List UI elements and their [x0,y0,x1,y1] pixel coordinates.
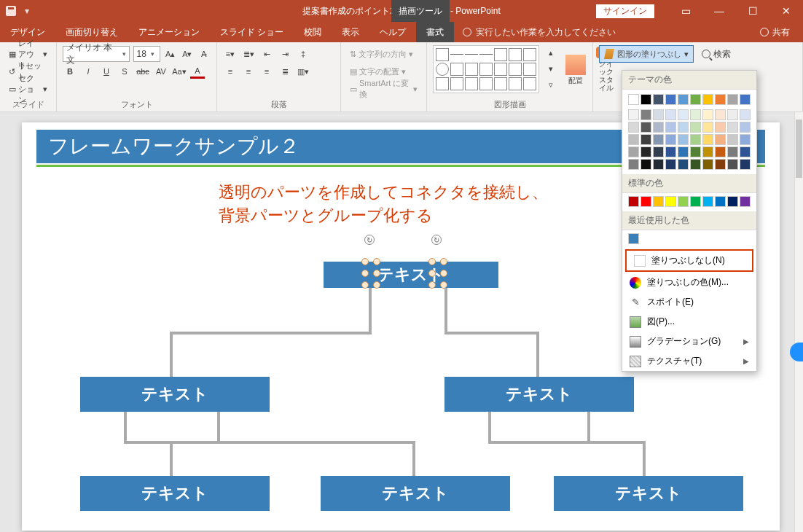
tab-help[interactable]: ヘルプ [369,22,416,42]
resize-handle[interactable] [428,270,436,277]
rotate-handle-icon[interactable] [364,235,375,245]
rotate-handle-icon[interactable] [431,235,442,245]
color-swatch[interactable] [727,94,738,105]
color-swatch[interactable] [653,134,664,145]
arrange-button[interactable]: 配置 [563,45,589,93]
color-swatch[interactable] [690,94,701,105]
qat-dropdown-icon[interactable]: ▾ [23,6,31,16]
picture-fill-option[interactable]: 図(P)... [622,312,756,332]
color-swatch[interactable] [690,159,701,170]
color-swatch[interactable] [678,159,689,170]
columns-icon[interactable]: ▥▾ [296,64,310,79]
color-swatch[interactable] [641,159,651,170]
tellme-search[interactable]: 実行したい作業を入力してください [454,22,624,42]
text-align-button[interactable]: ▤ 文字の配置▾ [347,63,409,79]
save-icon[interactable] [6,6,16,16]
signin-button[interactable]: サインイン [596,4,654,18]
justify-icon[interactable]: ≣ [278,64,292,79]
resize-handle[interactable] [373,270,380,277]
resize-handle[interactable] [440,270,447,277]
org-box[interactable]: テキスト [80,476,270,511]
color-swatch[interactable] [690,196,701,207]
ribbon-options-icon[interactable]: ▭ [669,0,702,22]
minimize-button[interactable]: — [702,0,736,22]
color-swatch[interactable] [690,109,701,120]
color-swatch[interactable] [678,109,689,120]
tab-transitions[interactable]: 画面切り替え [55,22,128,42]
color-swatch[interactable] [628,134,639,145]
color-swatch[interactable] [702,146,713,157]
color-swatch[interactable] [740,94,751,105]
spacing-icon[interactable]: AV [154,64,168,79]
color-swatch[interactable] [641,146,651,157]
color-swatch[interactable] [715,122,726,133]
bold-icon[interactable]: B [63,64,77,79]
find-button[interactable]: 検索 [697,45,735,63]
color-swatch[interactable] [727,159,738,170]
org-box[interactable]: テキスト [554,476,743,511]
color-swatch[interactable] [715,109,726,120]
color-swatch[interactable] [628,109,639,120]
color-swatch[interactable] [665,159,676,170]
color-swatch[interactable] [702,94,713,105]
resize-handle[interactable] [428,258,436,265]
color-swatch[interactable] [740,134,751,145]
shape-fill-button[interactable]: 図形の塗りつぶし▾ [599,45,694,63]
resize-handle[interactable] [373,258,380,265]
shadow-icon[interactable]: S [117,64,132,79]
color-swatch[interactable] [740,109,751,120]
scrollbar-thumb[interactable] [796,120,802,178]
font-color-icon[interactable]: A [190,64,205,79]
color-swatch[interactable] [653,109,664,120]
color-swatch[interactable] [715,196,726,207]
color-swatch[interactable] [678,196,689,207]
text-direction-button[interactable]: ⇅ 文字列の方向▾ [347,46,416,62]
color-swatch[interactable] [628,94,639,105]
color-swatch[interactable] [641,109,651,120]
color-swatch[interactable] [653,159,664,170]
no-fill-option[interactable]: 塗りつぶしなし(N) [627,251,752,270]
color-swatch[interactable] [628,146,639,157]
color-swatch[interactable] [678,146,689,157]
tab-view[interactable]: 表示 [332,22,369,42]
strike-icon[interactable]: abc [136,64,150,79]
more-colors-option[interactable]: 塗りつぶしの色(M)... [622,273,756,292]
org-box[interactable]: テキスト [80,377,270,412]
resize-handle[interactable] [440,258,447,265]
font-size-combo[interactable]: 18▾ [133,46,160,62]
color-swatch[interactable] [727,134,738,145]
vertical-scrollbar[interactable] [794,112,803,532]
close-button[interactable]: ✕ [769,0,803,22]
color-swatch[interactable] [715,134,726,145]
color-swatch[interactable] [727,109,738,120]
maximize-button[interactable]: ☐ [736,0,769,22]
color-swatch[interactable] [702,109,713,120]
gallery-down-icon[interactable]: ▾ [544,61,558,76]
color-swatch[interactable] [665,94,676,105]
gradient-fill-option[interactable]: グラデーション(G) ▶ [622,332,756,351]
indent-dec-icon[interactable]: ⇤ [259,47,274,61]
tab-slideshow[interactable]: スライド ショー [210,22,294,42]
color-swatch[interactable] [702,196,713,207]
color-swatch[interactable] [690,146,701,157]
align-right-icon[interactable]: ≡ [259,64,274,79]
clear-format-icon[interactable]: A̶ [197,47,211,61]
color-swatch[interactable] [641,134,651,145]
color-swatch[interactable] [628,196,639,207]
section-button[interactable]: ▭ セクション▾ [6,81,50,97]
color-swatch[interactable] [665,122,676,133]
share-button[interactable]: 共有 [747,22,803,42]
shrink-font-icon[interactable]: A▾ [181,47,194,61]
resize-handle[interactable] [361,281,369,289]
color-swatch[interactable] [702,134,713,145]
color-swatch[interactable] [678,134,689,145]
color-swatch[interactable] [740,159,751,170]
org-box[interactable]: テキスト [321,476,510,511]
color-swatch[interactable] [727,146,738,157]
underline-icon[interactable]: U [99,64,114,79]
color-swatch[interactable] [702,159,713,170]
color-swatch[interactable] [715,146,726,157]
resize-handle[interactable] [428,281,436,289]
tab-review[interactable]: 校閲 [294,22,332,42]
color-swatch[interactable] [665,146,676,157]
